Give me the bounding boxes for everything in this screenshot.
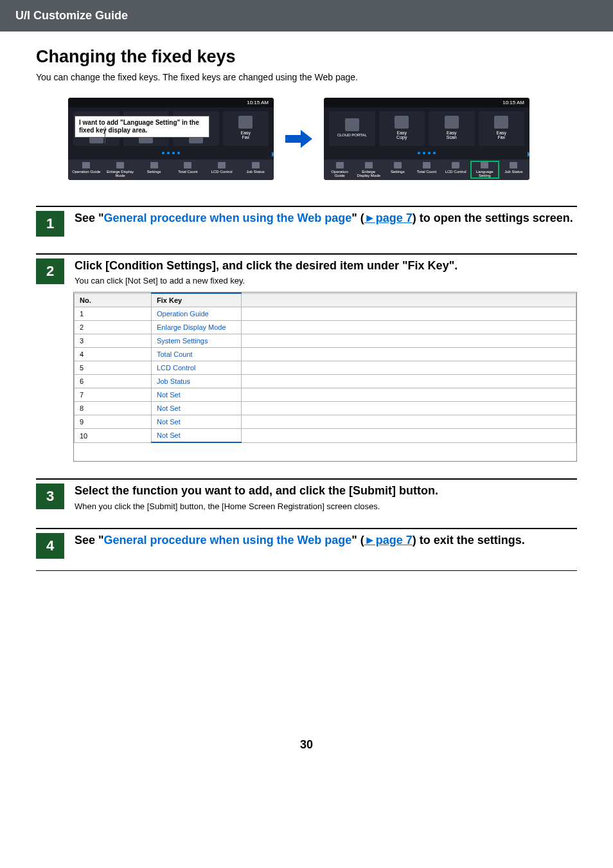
col-blank: [242, 293, 576, 307]
text: " (: [351, 212, 364, 224]
fax-icon: [494, 116, 508, 129]
job-icon: [252, 162, 260, 168]
fixed-key-bar: Operation Guide Enlarge Display Mode Set…: [324, 159, 529, 180]
content-area: Changing the fixed keys You can change t…: [0, 32, 613, 777]
arrow-icon: [285, 130, 312, 148]
cell-no: 7: [75, 388, 152, 402]
table-header-row: No. Fix Key: [75, 293, 576, 307]
fixed-key: Settings: [384, 162, 411, 177]
panel-main: CLOUD PORTAL EasyCopy EasyScan EasyFax: [324, 107, 529, 149]
page-number: 30: [36, 738, 577, 752]
cell-blank: [242, 402, 576, 415]
cell-no: 3: [75, 334, 152, 348]
cell-blank: [242, 375, 576, 388]
fixed-key-label: Total Count: [178, 170, 197, 174]
status-bar: 10:15 AM: [324, 98, 529, 107]
guide-icon: [336, 162, 344, 168]
cell-no: 9: [75, 415, 152, 429]
doc-header: U/I Customize Guide: [0, 0, 613, 32]
step-4: 4 See "General procedure when using the …: [36, 528, 577, 571]
cell-link[interactable]: Total Count: [152, 348, 242, 361]
time: 10:15 AM: [502, 100, 524, 105]
cell-blank: [242, 388, 576, 402]
cell-no: 5: [75, 361, 152, 375]
fixed-key-label: Operation Guide: [72, 170, 100, 174]
link-page-7[interactable]: ►page 7: [364, 212, 413, 224]
settings-icon: [394, 162, 402, 168]
cell-link[interactable]: System Settings: [152, 334, 242, 348]
cell-link[interactable]: Not Set: [152, 388, 242, 402]
slot-label: EasyFax: [496, 131, 506, 140]
rule: [36, 206, 577, 207]
fixed-key: Enlarge Display Mode: [355, 162, 382, 177]
copy-icon: [395, 116, 409, 129]
fixed-key: Total Count: [413, 162, 440, 177]
fixed-key: Operation Guide: [326, 162, 353, 177]
fixed-key: Enlarge Display Mode: [105, 162, 136, 177]
cell-no: 1: [75, 307, 152, 321]
table-row: 5LCD Control: [75, 361, 576, 375]
scan-icon: [445, 116, 459, 129]
fixed-key: Job Status: [240, 162, 271, 177]
slot-label: EasyFax: [240, 131, 251, 140]
pager-dots: [324, 149, 529, 159]
svg-marker-0: [285, 130, 312, 148]
speech-bubble: I want to add "Language Setting" in the …: [75, 116, 209, 138]
cell-link[interactable]: LCD Control: [152, 361, 242, 375]
cell-blank: [242, 415, 576, 429]
fix-key-table-wrap: No. Fix Key 1Operation Guide 2Enlarge Di…: [73, 292, 577, 462]
step-3: 3 Select the function you want to add, a…: [36, 478, 577, 511]
step-number: 3: [36, 484, 64, 509]
fixed-key-label: Settings: [391, 170, 405, 174]
cell-no: 8: [75, 402, 152, 415]
step-4-title: See "General procedure when using the We…: [75, 533, 577, 548]
fixed-key-bar: Operation Guide Enlarge Display Mode Set…: [68, 159, 274, 180]
status-bar: 10:15 AM: [68, 98, 274, 107]
enlarge-icon: [116, 162, 124, 168]
fixed-key: LCD Control: [443, 162, 469, 177]
cell-link[interactable]: Not Set: [152, 402, 242, 415]
fixed-key-label: Enlarge Display Mode: [355, 170, 382, 177]
step-3-sub: When you click the [Submit] button, the …: [75, 502, 577, 511]
cell-link[interactable]: Operation Guide: [152, 307, 242, 321]
link-general-procedure[interactable]: General procedure when using the Web pag…: [104, 534, 352, 547]
cell-link[interactable]: Not Set: [152, 429, 242, 443]
cell-no: 6: [75, 375, 152, 388]
step-2-title: Click [Condition Settings], and click th…: [75, 258, 577, 273]
col-fix-key: Fix Key: [152, 293, 242, 307]
home-slot-fax: EasyFax: [479, 111, 525, 146]
step-2: 2 Click [Condition Settings], and click …: [36, 253, 577, 462]
link-general-procedure[interactable]: General procedure when using the Web pag…: [104, 212, 352, 224]
cell-link[interactable]: Job Status: [152, 375, 242, 388]
cell-no: 2: [75, 321, 152, 334]
page-title: Changing the fixed keys: [36, 47, 577, 67]
table-row: 7Not Set: [75, 388, 576, 402]
cell-no: 4: [75, 348, 152, 361]
slot-label: EasyCopy: [396, 131, 407, 140]
fixed-key-label: LCD Control: [211, 170, 233, 174]
fix-key-table: No. Fix Key 1Operation Guide 2Enlarge Di…: [74, 293, 576, 443]
cell-link[interactable]: Not Set: [152, 415, 242, 429]
text: ) to open the settings screen.: [413, 212, 573, 224]
settings-icon: [150, 162, 158, 168]
text: See ": [75, 212, 104, 224]
time: 10:15 AM: [247, 100, 269, 105]
fixed-key-label: Job Status: [504, 170, 522, 174]
fixed-key-language-highlight: Language Setting: [472, 162, 498, 177]
language-icon: [481, 162, 488, 168]
rule: [36, 528, 577, 529]
step-1: 1 See "General procedure when using the …: [36, 206, 577, 237]
fixed-key-label: Enlarge Display Mode: [105, 170, 136, 177]
home-slot-cloud: CLOUD PORTAL: [329, 111, 375, 146]
cell-no: 10: [75, 429, 152, 443]
link-page-7[interactable]: ►page 7: [364, 534, 413, 547]
step-number: 1: [36, 211, 64, 237]
cell-link[interactable]: Enlarge Display Mode: [152, 321, 242, 334]
rule: [36, 478, 577, 480]
count-icon: [184, 162, 191, 168]
pager-dots: [68, 149, 274, 159]
rule: [36, 570, 577, 571]
fixed-key-label: Operation Guide: [326, 170, 353, 177]
text: See ": [75, 534, 104, 547]
diagram-row: I want to add "Language Setting" in the …: [36, 98, 577, 180]
